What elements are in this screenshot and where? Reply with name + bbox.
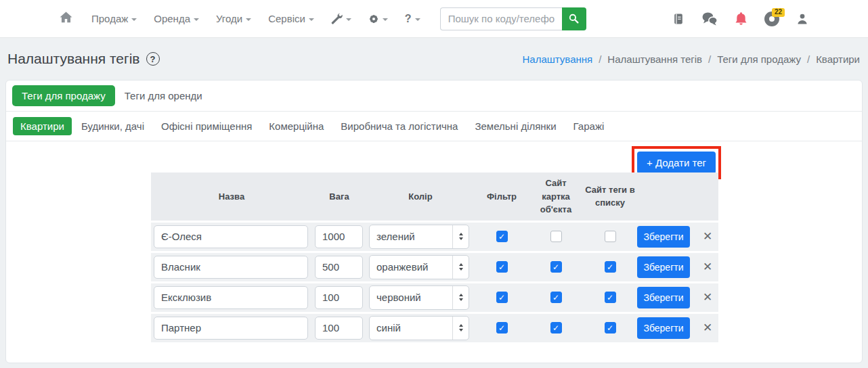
chevron-down-icon [309, 18, 314, 21]
tags-settings-card: Теги для продажу Теги для оренди Квартир… [5, 80, 863, 363]
help-icon[interactable]: ? [146, 52, 160, 66]
col-header-weight: Вага [312, 186, 366, 208]
site-card-checkbox[interactable] [550, 231, 562, 242]
delete-tag-icon[interactable]: ✕ [697, 229, 718, 244]
site-list-checkbox[interactable] [605, 292, 616, 303]
menu-prodazh[interactable]: Продаж [91, 13, 137, 24]
page-header: Налаштування тегів ? Налаштування / Нала… [0, 38, 868, 80]
chevron-down-icon [194, 18, 199, 21]
home-icon [60, 12, 72, 26]
select-arrows-icon [452, 317, 469, 340]
delete-tag-icon[interactable]: ✕ [697, 321, 718, 335]
breadcrumb-separator: / [708, 53, 711, 65]
add-tag-button[interactable]: + Додати тег [637, 152, 716, 174]
tab-rent-tags[interactable]: Теги для оренди [115, 85, 212, 106]
save-button[interactable]: Зберегти [637, 317, 690, 339]
col-header-site-card: Сайт картка об'єкта [529, 172, 583, 221]
site-card-checkbox[interactable] [550, 322, 562, 334]
chevron-down-icon [246, 18, 251, 21]
chevron-down-icon [131, 18, 137, 21]
subtab-apartments[interactable]: Квартири [13, 117, 72, 135]
tag-name-input[interactable] [154, 317, 308, 340]
wrench-icon [331, 13, 343, 24]
navbar-inner: Продаж Оренда Угоди Сервіси [60, 7, 808, 30]
search-icon [569, 14, 579, 24]
search-button[interactable] [562, 7, 586, 30]
chevron-down-icon [346, 18, 351, 21]
filter-checkbox[interactable] [496, 322, 508, 334]
chevron-down-icon [415, 18, 420, 21]
col-header-actions [637, 192, 697, 200]
journal-icon [672, 13, 685, 25]
table-row: оранжевий Зберегти ✕ [151, 253, 718, 283]
select-arrows-icon [452, 225, 469, 248]
page-title-text: Налаштування тегів [7, 51, 140, 67]
menu-orenda-label: Оренда [154, 13, 190, 24]
subtab-industrial[interactable]: Виробнича та логістична [333, 117, 465, 135]
top-navbar: Продаж Оренда Угоди Сервіси [0, 0, 868, 38]
notifications-button[interactable] [735, 12, 747, 26]
tag-color-value: оранжевий [370, 256, 452, 279]
delete-tag-icon[interactable]: ✕ [697, 260, 718, 274]
menu-uhody[interactable]: Угоди [216, 13, 251, 24]
site-list-checkbox[interactable] [605, 231, 616, 242]
breadcrumb-item: Квартири [816, 53, 860, 65]
col-header-site-list: Сайт теги в списку [583, 179, 637, 214]
site-list-checkbox[interactable] [605, 322, 616, 334]
subtab-commercial[interactable]: Комерційна [261, 117, 331, 135]
filter-checkbox[interactable] [496, 261, 508, 273]
tag-name-input[interactable] [154, 286, 308, 309]
site-list-checkbox[interactable] [605, 261, 616, 273]
help-menu[interactable]: ? [405, 13, 420, 25]
subtab-offices[interactable]: Офісні приміщення [154, 117, 259, 135]
tag-weight-input[interactable] [315, 256, 363, 279]
col-header-name: Назва [151, 186, 312, 208]
filter-checkbox[interactable] [496, 292, 508, 303]
select-arrows-icon [452, 256, 469, 279]
col-header-color: Колір [366, 186, 475, 208]
home-button[interactable] [60, 12, 72, 26]
save-button[interactable]: Зберегти [637, 256, 690, 278]
search-group [440, 7, 586, 30]
tag-name-input[interactable] [154, 256, 308, 279]
tag-weight-input[interactable] [315, 225, 363, 248]
tag-name-input[interactable] [154, 225, 308, 248]
profile-button[interactable] [796, 13, 808, 25]
breadcrumb-link-settings[interactable]: Налаштування [523, 53, 593, 65]
tag-color-value: червоний [370, 286, 452, 309]
tag-color-value: синій [370, 317, 452, 340]
breadcrumb-item: Теги для продажу [717, 53, 801, 65]
search-input[interactable] [440, 7, 562, 30]
table-row: зелений Зберегти ✕ [151, 223, 718, 253]
subtab-garages[interactable]: Гаражі [566, 117, 612, 135]
navbar-right-icons: 22 [672, 12, 808, 26]
delete-tag-icon[interactable]: ✕ [697, 290, 718, 304]
tab-sale-tags[interactable]: Теги для продажу [12, 85, 115, 106]
balance-button[interactable]: 22 [764, 12, 779, 26]
tag-color-select[interactable]: червоний [369, 285, 469, 310]
tag-weight-input[interactable] [315, 286, 363, 309]
filter-checkbox[interactable] [496, 231, 508, 242]
tag-color-select[interactable]: зелений [369, 225, 469, 249]
settings-menu[interactable] [368, 14, 388, 24]
table-row: червоний Зберегти ✕ [151, 283, 718, 314]
tag-color-value: зелений [370, 225, 452, 248]
save-button[interactable]: Зберегти [637, 287, 690, 308]
tags-table: Назва Вага Колір Фільтр Сайт картка об'є… [151, 172, 718, 344]
menu-servisy[interactable]: Сервіси [268, 13, 314, 24]
site-card-checkbox[interactable] [550, 292, 562, 303]
site-card-checkbox[interactable] [550, 261, 562, 273]
tag-color-select[interactable]: синій [369, 316, 469, 340]
page-title: Налаштування тегів ? [7, 51, 160, 67]
user-icon [796, 13, 808, 25]
menu-orenda[interactable]: Оренда [154, 13, 199, 24]
tools-menu[interactable] [331, 13, 351, 24]
subtab-land[interactable]: Земельні ділянки [467, 117, 563, 135]
subtab-houses[interactable]: Будинки, дачі [74, 117, 152, 135]
table-header-row: Назва Вага Колір Фільтр Сайт картка об'є… [151, 172, 718, 223]
tag-weight-input[interactable] [315, 317, 363, 340]
journal-button[interactable] [672, 13, 685, 25]
tag-color-select[interactable]: оранжевий [369, 255, 469, 279]
save-button[interactable]: Зберегти [637, 226, 690, 248]
messages-button[interactable] [701, 12, 718, 26]
